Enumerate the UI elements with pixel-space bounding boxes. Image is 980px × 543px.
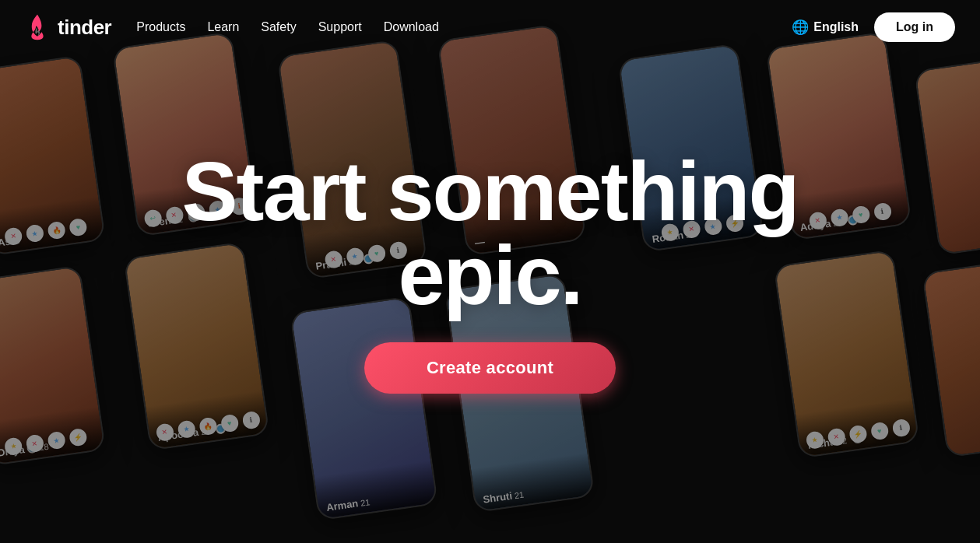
- create-account-button[interactable]: Create account: [364, 342, 616, 394]
- globe-icon: 🌐: [792, 19, 809, 36]
- hero-line1: Start something: [140, 149, 841, 233]
- hero-content: Start something epic. Create account: [140, 149, 841, 394]
- logo-text: tinder: [58, 16, 111, 40]
- navbar: tinder Products Learn Safety Support Dow…: [0, 0, 980, 54]
- nav-download[interactable]: Download: [384, 20, 439, 34]
- language-selector[interactable]: 🌐 English: [792, 19, 859, 36]
- language-label: English: [813, 20, 859, 34]
- hero-line2: epic.: [140, 233, 841, 317]
- navbar-left: tinder Products Learn Safety Support Dow…: [25, 13, 439, 41]
- login-button[interactable]: Log in: [874, 12, 955, 42]
- logo-link[interactable]: tinder: [25, 13, 111, 41]
- nav-learn[interactable]: Learn: [207, 20, 239, 34]
- nav-links: Products Learn Safety Support Download: [136, 20, 439, 34]
- navbar-right: 🌐 English Log in: [792, 12, 955, 42]
- hero-title: Start something epic.: [140, 149, 841, 317]
- nav-products[interactable]: Products: [136, 20, 185, 34]
- tinder-flame-icon: [25, 13, 50, 41]
- nav-safety[interactable]: Safety: [261, 20, 296, 34]
- nav-support[interactable]: Support: [318, 20, 362, 34]
